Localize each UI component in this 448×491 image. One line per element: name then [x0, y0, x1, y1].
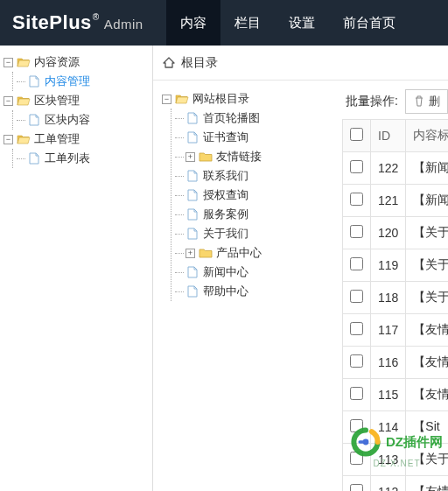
- row-checkbox[interactable]: [350, 484, 363, 491]
- table-row: 116【友情: [343, 347, 449, 379]
- row-checkbox[interactable]: [350, 387, 363, 400]
- cell-title: 【新闻: [406, 185, 448, 217]
- tree-item[interactable]: 新闻中心: [172, 263, 330, 282]
- cell-title: 【友情: [406, 379, 448, 411]
- file-icon: [186, 112, 200, 124]
- brand-admin: Admin: [104, 17, 144, 32]
- sidebar: −内容资源内容管理−区块管理区块内容−工单管理工单列表: [0, 46, 153, 491]
- table-row: 114【Sit: [343, 411, 449, 444]
- row-checkbox[interactable]: [350, 354, 363, 368]
- cell-title: 【关于: [406, 217, 448, 249]
- tree-item[interactable]: 工单列表: [13, 149, 149, 168]
- cell-id: 112: [371, 476, 406, 492]
- row-checkbox[interactable]: [350, 452, 363, 465]
- row-checkbox[interactable]: [350, 322, 363, 335]
- row-checkbox[interactable]: [350, 290, 363, 303]
- cell-id: 116: [371, 347, 406, 379]
- tree-item[interactable]: 证书查询: [172, 128, 330, 147]
- row-checkbox[interactable]: [350, 419, 363, 432]
- file-icon: [186, 266, 200, 278]
- tree-item[interactable]: −网站根目录: [162, 89, 330, 109]
- breadcrumb-label: 根目录: [181, 55, 218, 71]
- tree-item[interactable]: 联系我们: [172, 166, 330, 186]
- tree-toggle[interactable]: −: [4, 58, 13, 67]
- tree-toggle[interactable]: +: [186, 249, 195, 258]
- nav-item-3[interactable]: 前台首页: [329, 0, 410, 46]
- tree-item[interactable]: −内容资源: [4, 53, 149, 72]
- batch-delete-button[interactable]: 删: [405, 89, 448, 114]
- file-icon: [186, 228, 200, 240]
- tree-item[interactable]: −工单管理: [4, 130, 149, 149]
- file-icon: [186, 208, 200, 221]
- file-icon: [186, 189, 200, 201]
- row-checkbox[interactable]: [350, 193, 363, 206]
- table-row: 121【新闻: [343, 185, 449, 217]
- folder-open-icon: [17, 133, 31, 145]
- tree-label: 帮助中心: [203, 284, 248, 299]
- brand-logo: SitePlus ® Admin: [0, 11, 156, 34]
- folder-icon: [199, 151, 213, 163]
- cell-id: 113: [371, 444, 406, 476]
- nav-item-2[interactable]: 设置: [275, 0, 329, 46]
- content-table: ID内容标 122【新闻121【新闻120【关于119【关于118【关于117【…: [342, 119, 448, 491]
- tree-label: 服务案例: [203, 207, 248, 222]
- row-checkbox[interactable]: [350, 225, 363, 238]
- tree-toggle[interactable]: −: [4, 135, 13, 144]
- breadcrumb: 根目录: [153, 46, 448, 81]
- table-row: 118【关于: [343, 282, 449, 314]
- tree-item[interactable]: +产品中心: [172, 243, 330, 263]
- tree-label: 工单列表: [45, 151, 90, 166]
- batch-bar: 批量操作: 删: [342, 89, 448, 114]
- batch-label: 批量操作:: [346, 94, 398, 109]
- tree-item[interactable]: 服务案例: [172, 205, 330, 224]
- tree-toggle[interactable]: −: [162, 95, 172, 104]
- cell-id: 117: [371, 314, 406, 347]
- file-icon: [186, 131, 200, 144]
- file-icon: [27, 152, 41, 165]
- tree-label: 授权查询: [203, 187, 248, 203]
- folder-icon: [199, 247, 213, 259]
- tree-toggle[interactable]: +: [186, 152, 195, 162]
- file-icon: [27, 75, 41, 88]
- col-header: ID: [371, 120, 406, 152]
- tree-item[interactable]: 首页轮播图: [172, 109, 330, 128]
- tree-label: 关于我们: [203, 226, 248, 242]
- row-checkbox[interactable]: [350, 160, 363, 173]
- brand-bold: SitePlus: [12, 11, 92, 34]
- tree-item[interactable]: 区块内容: [13, 110, 149, 130]
- cell-title: 【Sit: [406, 411, 448, 444]
- tree-label: 内容资源: [34, 54, 80, 70]
- table-row: 117【友情: [343, 314, 449, 347]
- tree-toggle[interactable]: −: [4, 96, 13, 106]
- cell-id: 122: [371, 152, 406, 185]
- cell-title: 【新闻: [406, 152, 448, 185]
- trash-icon: [413, 95, 425, 109]
- tree-item[interactable]: 授权查询: [172, 186, 330, 205]
- main-area: 根目录 −网站根目录首页轮播图证书查询+友情链接联系我们授权查询服务案例关于我们…: [153, 46, 448, 491]
- tree-item[interactable]: +友情链接: [172, 147, 330, 166]
- tree-label: 内容管理: [45, 74, 90, 89]
- select-all-checkbox[interactable]: [350, 128, 363, 141]
- tree-item[interactable]: 关于我们: [172, 224, 330, 243]
- category-tree: −网站根目录首页轮播图证书查询+友情链接联系我们授权查询服务案例关于我们+产品中…: [162, 89, 330, 491]
- row-checkbox[interactable]: [350, 257, 363, 270]
- table-row: 112【友情: [343, 476, 449, 492]
- tree-label: 友情链接: [216, 149, 262, 165]
- cell-id: 120: [371, 217, 406, 249]
- cell-title: 【友情: [406, 476, 448, 492]
- tree-item[interactable]: 内容管理: [13, 72, 149, 91]
- nav-item-1[interactable]: 栏目: [220, 0, 275, 46]
- tree-item[interactable]: −区块管理: [4, 91, 149, 110]
- folder-open-icon: [17, 95, 31, 107]
- tree-label: 首页轮播图: [203, 110, 260, 126]
- tree-label: 新闻中心: [203, 264, 248, 280]
- batch-delete-label: 删: [429, 94, 440, 109]
- topbar: SitePlus ® Admin 内容栏目设置前台首页: [0, 0, 448, 46]
- nav-item-0[interactable]: 内容: [166, 0, 220, 46]
- cell-title: 【友情: [406, 347, 448, 379]
- tree-item[interactable]: 帮助中心: [172, 282, 330, 301]
- top-nav: 内容栏目设置前台首页: [166, 0, 410, 46]
- tree-label: 产品中心: [216, 245, 262, 261]
- file-icon: [27, 114, 41, 126]
- cell-id: 118: [371, 282, 406, 314]
